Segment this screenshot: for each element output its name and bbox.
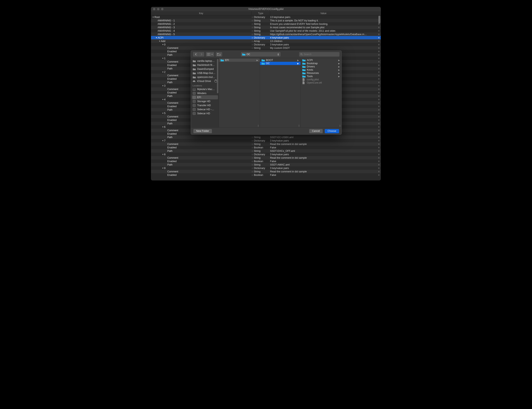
- plist-row[interactable]: Comment◇StringRead the comment in dsl sa…: [151, 142, 381, 146]
- pane-item[interactable]: Tools▶: [301, 75, 341, 78]
- disclosure-icon[interactable]: ▼: [159, 40, 161, 42]
- disclosure-icon[interactable]: ▼: [162, 153, 164, 155]
- sidebar-item[interactable]: vanilla-laptop…: [191, 59, 219, 63]
- reorder-handle-icon[interactable]: ≡: [377, 50, 381, 53]
- disclosure-icon[interactable]: ▼: [162, 99, 164, 101]
- plist-row[interactable]: Comment◇StringMy custom DSDT≡: [151, 46, 381, 50]
- column-pane[interactable]: EFI▶‖: [219, 58, 260, 127]
- sidebar-scrollbar[interactable]: [217, 59, 218, 93]
- reorder-handle-icon[interactable]: ≡: [377, 71, 381, 74]
- reorder-handle-icon[interactable]: ≡: [377, 174, 381, 177]
- type-caret-icon[interactable]: ◇: [251, 37, 253, 39]
- reorder-handle-icon[interactable]: ≡: [377, 119, 381, 121]
- reorder-handle-icon[interactable]: ≡: [377, 84, 381, 87]
- pane-item[interactable]: Bootstrap▶: [301, 62, 341, 65]
- plist-row[interactable]: #WARNING - 3◇StringIn most cases recomme…: [151, 26, 381, 29]
- choose-button[interactable]: Choose: [325, 129, 339, 133]
- type-caret-icon[interactable]: ◇: [251, 140, 253, 142]
- type-caret-icon[interactable]: ◇: [251, 30, 253, 32]
- type-caret-icon[interactable]: ◇: [251, 164, 253, 166]
- column-resize-handle[interactable]: ‖: [299, 125, 300, 127]
- sidebar-item[interactable]: Hackintosh fil…: [191, 63, 219, 67]
- type-caret-icon[interactable]: ◇: [251, 136, 253, 138]
- reorder-handle-icon[interactable]: ≡: [377, 136, 381, 139]
- pane-item[interactable]: OpenCore.efi: [301, 81, 341, 84]
- reorder-handle-icon[interactable]: ≡: [377, 74, 381, 77]
- reorder-handle-icon[interactable]: ≡: [377, 122, 381, 125]
- reorder-handle-icon[interactable]: ≡: [377, 26, 381, 29]
- plist-row[interactable]: Enabled◇BooleanFalse≡: [151, 146, 381, 149]
- disclosure-icon[interactable]: ▼: [162, 167, 164, 169]
- back-button[interactable]: [193, 52, 199, 56]
- reorder-handle-icon[interactable]: ≡: [377, 29, 381, 32]
- column-view[interactable]: EFI▶‖BOOT▶OC▶‖ACPI▶Bootstrap▶Drivers▶Kex…: [219, 58, 341, 127]
- plist-row[interactable]: ▼Add◇Array13 children≡: [151, 39, 381, 43]
- sidebar-item[interactable]: EFI: [192, 95, 218, 99]
- new-folder-button[interactable]: New Folder: [193, 129, 212, 133]
- sidebar-item[interactable]: Sidecar HD: [191, 112, 219, 115]
- reorder-handle-icon[interactable]: ≡: [377, 43, 381, 46]
- reorder-handle-icon[interactable]: ≡: [377, 54, 381, 56]
- forward-button[interactable]: [199, 52, 204, 56]
- reorder-handle-icon[interactable]: ≡: [377, 98, 381, 101]
- plist-row[interactable]: #WARNING - 2◇StringEnsure you understand…: [151, 22, 381, 26]
- column-pane[interactable]: BOOT▶OC▶‖: [260, 58, 301, 127]
- reorder-handle-icon[interactable]: ≡: [377, 88, 381, 91]
- close-icon[interactable]: [153, 8, 156, 10]
- sidebar-item[interactable]: Sidecar HD -…: [191, 107, 219, 112]
- traffic-lights[interactable]: [153, 8, 164, 10]
- finder-sidebar[interactable]: vanilla-laptop…Hackintosh fil…DawinDumpe…: [191, 58, 219, 127]
- type-caret-icon[interactable]: ◇: [251, 19, 253, 22]
- reorder-handle-icon[interactable]: ≡: [377, 36, 381, 39]
- column-value[interactable]: Value: [270, 11, 377, 15]
- disclosure-icon[interactable]: ▼: [162, 140, 164, 142]
- reorder-handle-icon[interactable]: ≡: [377, 146, 381, 149]
- view-mode-button[interactable]: [206, 52, 214, 56]
- sidebar-item[interactable]: Storage HD: [191, 99, 219, 103]
- reorder-handle-icon[interactable]: ≡: [377, 115, 381, 118]
- type-caret-icon[interactable]: ◇: [251, 157, 253, 159]
- plist-row[interactable]: Path◇StringSSDT-AWAC.aml≡: [151, 163, 381, 166]
- type-caret-icon[interactable]: ◇: [251, 147, 253, 149]
- plist-row[interactable]: Enabled◇BooleanFalse≡: [151, 173, 381, 177]
- sidebar-item[interactable]: Mykola's Mac…: [191, 87, 219, 91]
- reorder-handle-icon[interactable]: ≡: [377, 170, 381, 173]
- type-caret-icon[interactable]: ◇: [251, 171, 253, 173]
- column-resize-handle[interactable]: ‖: [339, 125, 341, 127]
- type-caret-icon[interactable]: ◇: [251, 47, 253, 49]
- disclosure-icon[interactable]: ▼: [162, 57, 164, 59]
- reorder-handle-icon[interactable]: ≡: [377, 60, 381, 63]
- disclosure-icon[interactable]: ▼: [162, 44, 164, 46]
- scrollbar-thumb[interactable]: [378, 16, 380, 23]
- disclosure-icon[interactable]: ▼: [156, 37, 157, 39]
- plist-row[interactable]: ▼7◇Dictionary3 key/value pairs≡: [151, 139, 381, 142]
- reorder-handle-icon[interactable]: ≡: [377, 157, 381, 159]
- reorder-handle-icon[interactable]: ≡: [377, 105, 381, 108]
- type-caret-icon[interactable]: ◇: [251, 167, 253, 169]
- pane-item[interactable]: BOOT▶: [260, 58, 301, 62]
- type-caret-icon[interactable]: ◇: [251, 44, 253, 46]
- plist-row[interactable]: Path◇StringSSDT-EHCx_OFF.aml≡: [151, 149, 381, 153]
- pane-item[interactable]: OC▶: [260, 62, 301, 65]
- search-input[interactable]: [304, 53, 338, 56]
- type-caret-icon[interactable]: ◇: [251, 150, 253, 152]
- type-caret-icon[interactable]: ◇: [251, 174, 253, 176]
- reorder-handle-icon[interactable]: ≡: [377, 81, 381, 84]
- plist-row[interactable]: Enabled◇BooleanFalse≡: [151, 159, 381, 163]
- disclosure-icon[interactable]: ▼: [152, 16, 154, 18]
- sidebar-item[interactable]: Winders: [191, 91, 219, 95]
- type-caret-icon[interactable]: ◇: [251, 143, 253, 145]
- reorder-handle-icon[interactable]: ≡: [377, 33, 381, 36]
- plist-row[interactable]: ▼ACPI◇Dictionary4 key/value pairs≡: [151, 36, 381, 39]
- disclosure-icon[interactable]: ▼: [162, 85, 164, 87]
- reorder-handle-icon[interactable]: ≡: [377, 163, 381, 166]
- type-caret-icon[interactable]: ◇: [251, 16, 253, 18]
- reorder-handle-icon[interactable]: ≡: [377, 77, 381, 80]
- pane-item[interactable]: config.plist: [301, 78, 341, 81]
- reorder-handle-icon[interactable]: ≡: [377, 95, 381, 98]
- plist-row[interactable]: Comment◇StringRead the comment in dsl sa…: [151, 170, 381, 173]
- reorder-handle-icon[interactable]: ≡: [377, 143, 381, 146]
- plist-row[interactable]: #WARNING - 1◇StringThis is just a sample…: [151, 19, 381, 22]
- reorder-handle-icon[interactable]: ≡: [377, 153, 381, 156]
- reorder-handle-icon[interactable]: ≡: [377, 102, 381, 104]
